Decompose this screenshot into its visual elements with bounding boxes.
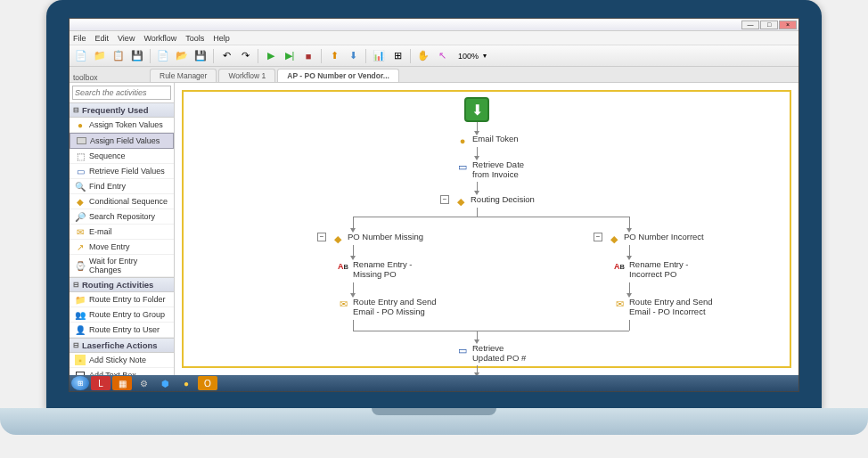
category-frequently-used[interactable]: Frequently Used (70, 102, 174, 118)
retrieve-icon: ▭ (456, 160, 469, 173)
tb-redo-icon[interactable]: ↷ (237, 48, 253, 64)
collapse-icon[interactable]: − (594, 233, 602, 241)
node-rename-incorrect[interactable]: AB Rename Entry - Incorrect PO (613, 260, 689, 280)
tb-grid-icon[interactable]: ⊞ (389, 48, 405, 64)
zoom-level[interactable]: 100% (458, 52, 479, 61)
node-po-incorrect[interactable]: − ◆ PO Number Incorrect (594, 233, 704, 245)
tb-open-icon[interactable]: 📂 (174, 48, 190, 64)
tool-retrieve-field[interactable]: ▭Retrieve Field Values (70, 164, 174, 179)
menu-file[interactable]: File (73, 34, 86, 43)
sequence-icon: ⬚ (75, 151, 86, 161)
diamond-icon: ◆ (608, 233, 620, 245)
tb-hand-icon[interactable]: ✋ (415, 48, 431, 64)
maximize-button[interactable]: □ (760, 20, 778, 29)
diamond-icon: ◆ (454, 195, 467, 208)
diamond-icon: ◆ (332, 233, 344, 245)
collapse-icon[interactable]: − (317, 233, 326, 241)
category-laserfiche[interactable]: Laserfiche Actions (70, 338, 174, 353)
search-repo-icon: 🔎 (75, 211, 86, 222)
activity-toolbox: Frequently Used ●Assign Token Values Ass… (70, 83, 175, 375)
tool-conditional[interactable]: ◆Conditional Sequence (70, 194, 174, 209)
taskbar-app-6[interactable]: O (198, 376, 217, 390)
search-input[interactable] (72, 86, 171, 100)
tb-icon-3[interactable]: 📋 (111, 48, 127, 64)
menu-view[interactable]: View (118, 34, 135, 43)
tool-assign-token[interactable]: ●Assign Token Values (70, 118, 174, 133)
tool-email[interactable]: ✉E-mail (70, 225, 174, 240)
tb-icon-4[interactable]: 💾 (129, 48, 145, 64)
tb-publish-icon[interactable]: ⬆ (326, 48, 342, 64)
tb-new-icon[interactable]: 📄 (155, 48, 171, 64)
toolbox-label: toolbox (73, 73, 97, 82)
taskbar-app-1[interactable]: L (91, 376, 111, 390)
node-routing-decision[interactable]: − ◆ Routing Decision (440, 195, 535, 208)
tab-workflow-1[interactable]: Workflow 1 (218, 69, 275, 82)
taskbar-app-3[interactable]: ⚙ (134, 376, 153, 390)
route-group-icon: 👥 (75, 309, 86, 320)
envelope-icon: ✉ (613, 298, 626, 310)
conditional-icon: ◆ (75, 196, 86, 207)
tab-rule-manager[interactable]: Rule Manager (150, 69, 217, 82)
taskbar-app-2[interactable]: ▦ (112, 376, 132, 390)
menu-bar: File Edit View Workflow Tools Help (70, 31, 798, 45)
wait-icon: ⌚ (75, 260, 86, 271)
taskbar-app-4[interactable]: ⬢ (155, 376, 175, 390)
node-retrieve-po[interactable]: ▭ Retrieve Updated PO # (456, 344, 526, 364)
tb-play-icon[interactable]: ▶ (263, 48, 279, 64)
envelope-icon: ✉ (337, 298, 349, 310)
tab-ap-po[interactable]: AP - PO Number or Vendor... (277, 69, 399, 82)
tb-undo-icon[interactable]: ↶ (218, 48, 234, 64)
sticky-icon: ▪ (75, 355, 86, 365)
tool-sequence[interactable]: ⬚Sequence (70, 149, 174, 164)
workflow-canvas[interactable]: ⬇ ● Email Token ▭ Retrieve Date from (175, 83, 798, 375)
node-email-token[interactable]: ● Email Token (456, 135, 519, 147)
tb-chart-icon[interactable]: 📊 (371, 48, 387, 64)
start-node[interactable]: ⬇ (464, 97, 489, 122)
tb-icon-2[interactable]: 📁 (92, 48, 108, 64)
main-toolbar: 📄 📁 📋 💾 📄 📂 💾 ↶ ↷ ▶ ▶| ■ ⬆ ⬇ 📊 (70, 45, 798, 67)
collapse-icon[interactable]: − (440, 195, 449, 204)
tool-text-box[interactable]: Add Text Box (70, 368, 174, 375)
start-arrow-icon: ⬇ (471, 102, 483, 119)
tool-search-repo[interactable]: 🔎Search Repository (70, 209, 174, 225)
retrieve-icon: ▭ (456, 344, 469, 356)
tool-route-group[interactable]: 👥Route Entry to Group (70, 307, 174, 323)
tb-icon-1[interactable]: 📄 (73, 48, 89, 64)
node-route-incorrect[interactable]: ✉ Route Entry and Send Email - PO Incorr… (613, 298, 712, 317)
menu-help[interactable]: Help (213, 34, 230, 43)
close-button[interactable]: × (779, 20, 797, 29)
tb-step-icon[interactable]: ▶| (282, 48, 298, 64)
taskbar-app-5[interactable]: ● (176, 376, 196, 390)
minimize-button[interactable]: — (741, 20, 759, 29)
tool-sticky-note[interactable]: ▪Add Sticky Note (70, 353, 174, 368)
tool-assign-field[interactable]: Assign Field Values (70, 133, 174, 149)
tb-save-icon[interactable]: 💾 (192, 48, 209, 64)
token-icon: ● (75, 119, 86, 130)
node-retrieve-date[interactable]: ▭ Retrieve Date from Invoice (456, 160, 524, 180)
app-window: — □ × File Edit View Workflow Tools Help… (69, 18, 799, 392)
rename-icon: AB (613, 260, 626, 273)
start-button[interactable]: ⊞ (71, 376, 89, 390)
node-route-missing[interactable]: ✉ Route Entry and Send Email - PO Missin… (337, 298, 436, 317)
menu-workflow[interactable]: Workflow (143, 34, 176, 43)
tool-route-user[interactable]: 👤Route Entry to User (70, 323, 174, 338)
retrieve-icon: ▭ (75, 166, 86, 176)
token-icon: ● (456, 135, 469, 147)
field-icon (76, 135, 86, 146)
tool-move-entry[interactable]: ↗Move Entry (70, 240, 174, 255)
node-rename-missing[interactable]: AB Rename Entry - Missing PO (337, 260, 413, 280)
tb-cursor-icon[interactable]: ↖ (434, 48, 450, 64)
find-icon: 🔍 (75, 181, 86, 192)
route-user-icon: 👤 (75, 324, 86, 335)
email-icon: ✉ (75, 226, 86, 237)
category-routing[interactable]: Routing Activities (70, 277, 174, 292)
tb-stop-icon[interactable]: ■ (300, 48, 316, 64)
rename-icon: AB (337, 260, 349, 273)
tool-route-folder[interactable]: 📁Route Entry to Folder (70, 292, 174, 307)
tool-wait-entry[interactable]: ⌚Wait for Entry Changes (70, 255, 174, 277)
node-po-missing[interactable]: − ◆ PO Number Missing (317, 233, 423, 245)
menu-edit[interactable]: Edit (95, 34, 110, 43)
tool-find-entry[interactable]: 🔍Find Entry (70, 179, 174, 194)
tb-check-icon[interactable]: ⬇ (345, 48, 361, 64)
menu-tools[interactable]: Tools (185, 34, 204, 43)
